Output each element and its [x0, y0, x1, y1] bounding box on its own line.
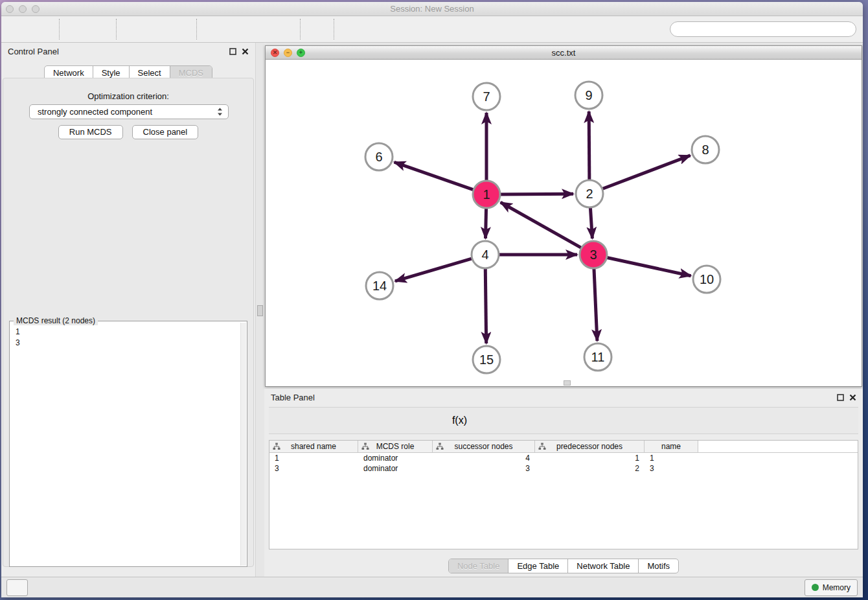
table-settings-button[interactable] — [275, 410, 299, 432]
graph-edge-4-15[interactable] — [485, 267, 486, 343]
refresh-layout-button[interactable] — [306, 18, 329, 40]
float-panel-icon[interactable] — [837, 394, 844, 401]
network-graph-svg: 7968124314101511 — [266, 60, 863, 386]
application-window: Session: New Session — [1, 2, 863, 597]
canvas-grip[interactable] — [564, 380, 571, 386]
open-session-button[interactable] — [8, 18, 31, 40]
graph-edge-1-2[interactable] — [499, 194, 573, 194]
graph-node-label-2: 2 — [586, 187, 593, 201]
network-view-window: ✕ − + scc.txt 7968124314101511 — [265, 45, 862, 387]
graph-edge-1-6[interactable] — [394, 162, 475, 190]
close-panel-button[interactable]: Close panel — [132, 125, 199, 139]
graph-node-label-8: 8 — [702, 143, 709, 157]
optimization-criterion-label: Optimization criterion: — [3, 91, 253, 101]
add-column-button[interactable] — [371, 410, 395, 432]
network-canvas[interactable]: 7968124314101511 — [266, 60, 862, 386]
column-header-name[interactable]: name — [645, 441, 698, 452]
float-panel-icon[interactable] — [229, 48, 236, 55]
hide-selected-button[interactable] — [386, 18, 409, 40]
network-window-titlebar[interactable]: ✕ − + scc.txt — [266, 46, 862, 60]
graph-edge-3-11[interactable] — [594, 267, 597, 341]
cell-shared-name[interactable]: 3 — [269, 463, 358, 474]
cell-mcds-role[interactable]: dominator — [358, 453, 433, 463]
optimization-criterion-dropdown[interactable]: strongly connected component — [29, 104, 229, 119]
zoom-fit-button[interactable] — [249, 18, 272, 40]
column-header-predecessor-nodes[interactable]: predecessor nodes — [535, 441, 645, 452]
graph-node-label-10: 10 — [700, 272, 714, 286]
graph-node-label-4: 4 — [481, 248, 488, 262]
search-input[interactable] — [689, 25, 792, 35]
cell-predecessor-nodes[interactable]: 2 — [535, 463, 645, 474]
node-table: shared name MCDS role successor nodes — [269, 440, 858, 549]
select-all-button[interactable] — [323, 410, 347, 432]
network-from-file-button[interactable] — [339, 18, 363, 40]
cell-successor-nodes[interactable]: 4 — [433, 453, 535, 463]
graph-node-label-7: 7 — [483, 89, 490, 104]
function-builder-button-disabled: f(x) — [443, 410, 467, 432]
window-titlebar: Session: New Session — [1, 2, 863, 16]
delete-table-button-disabled — [419, 410, 443, 432]
import-network-button[interactable] — [65, 18, 88, 40]
toolbar-separator — [196, 19, 198, 40]
zoom-in-button[interactable] — [202, 18, 225, 40]
tab-motifs[interactable]: Motifs — [638, 559, 678, 573]
cell-shared-name[interactable]: 1 — [269, 453, 358, 463]
graph-node-label-15: 15 — [479, 352, 494, 367]
cell-name[interactable]: 3 — [645, 463, 698, 474]
hierarchy-icon — [273, 443, 280, 450]
cell-predecessor-nodes[interactable]: 1 — [535, 453, 645, 463]
graph-edge-4-14[interactable] — [395, 258, 474, 281]
graph-edge-1-4[interactable] — [486, 207, 486, 238]
column-panel-button[interactable] — [299, 410, 323, 432]
panel-divider[interactable] — [255, 43, 264, 577]
hierarchy-icon — [436, 443, 444, 450]
search-field[interactable] — [670, 21, 856, 37]
cell-successor-nodes[interactable]: 3 — [433, 463, 535, 474]
task-history-button[interactable] — [6, 579, 28, 596]
import-table-button[interactable] — [88, 18, 111, 40]
graph-edge-2-9[interactable] — [589, 111, 589, 181]
graph-edge-3-10[interactable] — [606, 257, 691, 276]
memory-button[interactable]: Memory — [805, 579, 858, 596]
zoom-out-button[interactable] — [225, 18, 249, 40]
deselect-all-button[interactable] — [347, 410, 371, 432]
graph-node-label-14: 14 — [372, 279, 387, 293]
save-session-button[interactable] — [31, 18, 54, 40]
tab-node-table[interactable]: Node Table — [449, 559, 508, 573]
graph-node-label-1: 1 — [483, 187, 490, 202]
column-header-successor-nodes[interactable]: successor nodes — [433, 441, 535, 452]
column-header-shared-name[interactable]: shared name — [269, 441, 358, 452]
table-row[interactable]: 1 dominator 4 1 1 — [269, 453, 858, 463]
close-panel-icon[interactable] — [242, 48, 249, 55]
table-panel: Table Panel — [264, 389, 863, 577]
divider-grip[interactable] — [257, 305, 263, 316]
export-image-button[interactable] — [168, 18, 192, 40]
dropdown-value: strongly connected component — [38, 107, 152, 117]
run-mcds-button[interactable]: Run MCDS — [58, 125, 123, 139]
table-toolbar: f(x) — [269, 407, 858, 434]
table-row[interactable]: 3 dominator 3 2 3 — [269, 463, 858, 474]
control-panel: Control Panel Network Style Select MCDS … — [1, 43, 255, 577]
export-network-button[interactable] — [122, 18, 145, 40]
mcds-result-item: 1 — [16, 327, 20, 336]
delete-column-button[interactable] — [395, 410, 419, 432]
close-panel-icon[interactable] — [849, 394, 856, 401]
result-scrollbar[interactable] — [240, 323, 246, 566]
cell-name[interactable]: 1 — [645, 453, 698, 463]
graph-edge-3-1[interactable] — [501, 202, 583, 248]
graph-edge-2-8[interactable] — [601, 156, 691, 189]
cell-mcds-role[interactable]: dominator — [358, 463, 433, 474]
column-header-mcds-role[interactable]: MCDS role — [358, 441, 433, 452]
toolbar-separator — [116, 19, 117, 40]
toolbar-separator — [334, 19, 335, 40]
export-table-button[interactable] — [145, 18, 168, 40]
hierarchy-icon — [538, 443, 546, 450]
show-all-button[interactable] — [409, 18, 433, 40]
zoom-selected-button[interactable] — [272, 18, 295, 40]
tab-network-table[interactable]: Network Table — [567, 559, 638, 573]
tab-edge-table[interactable]: Edge Table — [508, 559, 567, 573]
home-view-button[interactable] — [363, 18, 386, 40]
mcds-result-list: 1 3 — [10, 321, 247, 349]
graph-edge-2-3[interactable] — [590, 206, 592, 238]
hierarchy-icon — [361, 443, 369, 450]
